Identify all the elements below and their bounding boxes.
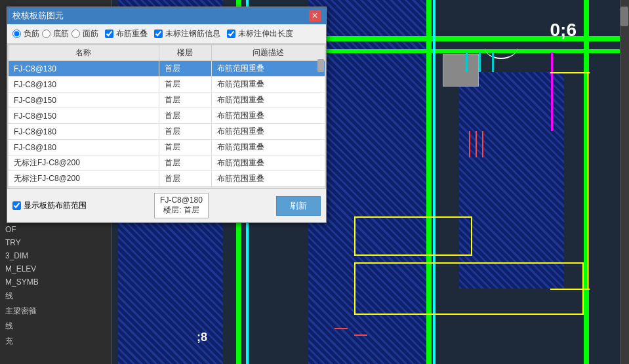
col-header-floor: 楼层 (159, 45, 211, 61)
cell-floor: 首层 (159, 140, 211, 155)
checkbox-unlabeled-label: 未标注钢筋信息 (165, 28, 220, 39)
radio-bottom[interactable] (42, 30, 51, 38)
sidebar-item: 主梁密箍 (0, 304, 111, 319)
sidebar-item: OF (0, 223, 111, 236)
display-checkbox-label: 显示板筋布筋范围 (24, 200, 87, 211)
display-checkbox-group: 显示板筋布筋范围 (12, 200, 87, 211)
checkbox-extend-input[interactable] (227, 30, 235, 38)
cell-issue: 布筋范围重叠 (211, 108, 325, 124)
red-mark-2 (476, 131, 477, 157)
red-h-mark-2 (354, 334, 367, 336)
col-header-issue: 问题描述 (211, 45, 325, 61)
yellow-rect-2 (354, 262, 584, 315)
sidebar-item: 充 (0, 334, 111, 349)
selected-info-box: FJ-C8@180 楼层: 首层 (154, 193, 209, 218)
dialog-titlebar: 校核板筋图元 ✕ (7, 7, 326, 24)
issues-table: 名称 楼层 问题描述 FJ-C8@130 首层 布筋范围重叠 FJ-C8@130… (8, 45, 325, 188)
cyan-tick-2 (479, 52, 481, 72)
checkbox-unlabeled: 未标注钢筋信息 (154, 28, 220, 39)
cell-name: 无标注FJ-C8@200 (9, 155, 159, 171)
red-h-mark (335, 328, 348, 329)
dialog-toolbar: 负筋 底筋 面筋 布筋重叠 未标注钢筋信息 未标注伸出长度 (7, 24, 326, 44)
cell-name: 无标注FJ-C8@200 (9, 171, 159, 187)
yellow-h-line-bot (550, 289, 590, 290)
radio-negative-label: 负筋 (24, 28, 39, 39)
checkbox-overlap-input[interactable] (105, 30, 113, 38)
info-line2: 楼层: 首层 (160, 205, 203, 216)
checkbox-extend: 未标注伸出长度 (227, 28, 293, 39)
sidebar-item: 线 (0, 289, 111, 304)
sidebar-item: 3_DIM (0, 249, 111, 262)
table-row[interactable]: 无标注FJ-C8@200 首层 布筋范围重叠 (9, 187, 325, 189)
cell-floor: 首层 (159, 108, 211, 124)
cell-issue: 布筋范围重叠 (211, 92, 325, 108)
cell-floor: 首层 (159, 124, 211, 140)
table-row[interactable]: 无标注FJ-C8@200 首层 布筋范围重叠 (9, 155, 325, 171)
checkbox-unlabeled-input[interactable] (154, 30, 163, 38)
table-row[interactable]: FJ-C8@180 首层 布筋范围重叠 (9, 124, 325, 140)
white-arc (485, 36, 517, 59)
table-row[interactable]: FJ-C8@180 首层 布筋范围重叠 (9, 140, 325, 155)
table-scrollbar-thumb[interactable] (317, 59, 324, 72)
cell-floor: 首层 (159, 92, 211, 108)
table-container: 名称 楼层 问题描述 FJ-C8@130 首层 布筋范围重叠 FJ-C8@130… (7, 44, 326, 188)
info-line1: FJ-C8@180 (160, 195, 203, 205)
gray-panel (443, 54, 479, 87)
radio-top-label: 面筋 (83, 28, 98, 39)
magenta-line (551, 52, 553, 131)
cell-floor: 首层 (159, 61, 211, 77)
dialog-close-button[interactable]: ✕ (309, 10, 321, 22)
checkbox-extend-label: 未标注伸出长度 (238, 28, 293, 39)
sidebar-item: TRY (0, 236, 111, 249)
radio-bottom-label: 底筋 (53, 28, 69, 39)
cell-name: 无标注FJ-C8@200 (9, 187, 159, 189)
scrollbar-thumb[interactable] (620, 7, 628, 26)
cell-issue: 布筋范围重叠 (211, 155, 325, 171)
dialog-bottom: 显示板筋布筋范围 FJ-C8@180 楼层: 首层 刷新 (7, 188, 326, 222)
radio-negative[interactable] (12, 30, 21, 38)
cell-name: FJ-C8@180 (9, 140, 159, 155)
cell-issue: 布筋范围重叠 (211, 124, 325, 140)
sidebar-item: M_SYMB (0, 275, 111, 289)
refresh-button[interactable]: 刷新 (276, 196, 321, 216)
checkbox-overlap: 布筋重叠 (105, 28, 148, 39)
table-row[interactable]: FJ-C8@150 首层 布筋范围重叠 (9, 92, 325, 108)
bottom-cad-num: ;8 (197, 331, 207, 344)
col-header-name: 名称 (9, 45, 159, 61)
table-row[interactable]: FJ-C8@130 首层 布筋范围重叠 (9, 61, 325, 77)
red-mark-3 (482, 131, 483, 157)
radio-group-rebar: 负筋 底筋 面筋 (12, 28, 98, 39)
coord-display: 0;6 (550, 20, 577, 41)
yellow-v-line-right (587, 72, 588, 290)
table-row[interactable]: FJ-C8@130 首层 布筋范围重叠 (9, 77, 325, 92)
yellow-rect-1 (354, 216, 472, 256)
sidebar-item: 线 (0, 319, 111, 334)
cell-name: FJ-C8@130 (9, 61, 159, 77)
table-row[interactable]: FJ-C8@150 首层 布筋范围重叠 (9, 108, 325, 124)
cell-floor: 首层 (159, 77, 211, 92)
cell-issue: 布筋范围重叠 (211, 171, 325, 187)
sidebar-item: M_ELEV (0, 262, 111, 275)
cell-issue: 布筋范围重叠 (211, 77, 325, 92)
cell-issue: 布筋范围重叠 (211, 187, 325, 189)
cell-name: FJ-C8@130 (9, 77, 159, 92)
display-checkbox-input[interactable] (12, 201, 21, 210)
cyan-tick-3 (492, 52, 494, 72)
hatch-area-right (459, 72, 564, 289)
cyan-tick-1 (466, 52, 468, 72)
cell-name: FJ-C8@150 (9, 108, 159, 124)
table-row[interactable]: 无标注FJ-C8@200 首层 布筋范围重叠 (9, 171, 325, 187)
radio-top[interactable] (71, 30, 80, 38)
yellow-h-line-top (550, 72, 590, 73)
cad-scrollbar[interactable] (620, 0, 629, 364)
cell-floor: 首层 (159, 155, 211, 171)
cell-name: FJ-C8@150 (9, 92, 159, 108)
cell-floor: 首层 (159, 187, 211, 189)
cell-issue: 布筋范围重叠 (211, 61, 325, 77)
dialog-title: 校核板筋图元 (12, 10, 64, 22)
cell-floor: 首层 (159, 171, 211, 187)
cell-name: FJ-C8@180 (9, 124, 159, 140)
dialog-verify: 校核板筋图元 ✕ 负筋 底筋 面筋 布筋重叠 未标注钢筋信息 未标注伸出长度 (7, 7, 327, 223)
cell-issue: 布筋范围重叠 (211, 140, 325, 155)
red-mark-1 (469, 131, 470, 157)
